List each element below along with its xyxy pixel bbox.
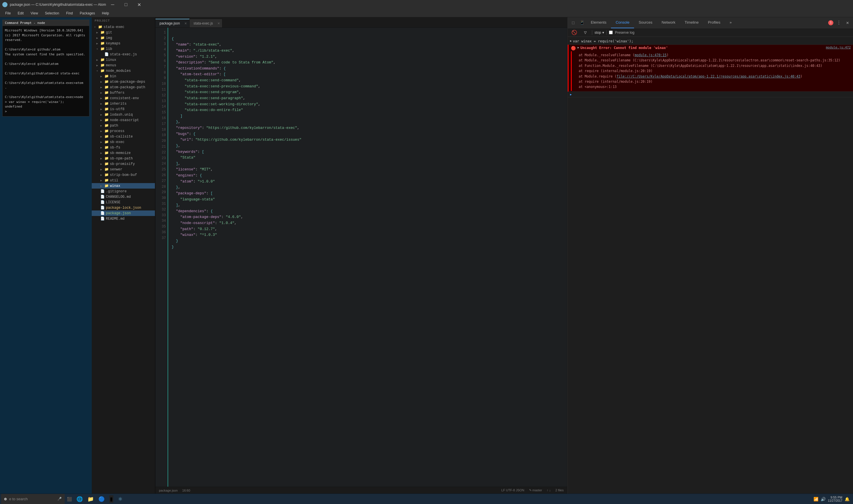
tree-item-lib[interactable]: ▾ 📁 lib: [92, 46, 155, 52]
taskbar-edge[interactable]: 🌐: [74, 495, 85, 503]
atom-icon: [2, 2, 7, 7]
tree-item-readme[interactable]: 📄 README.md: [92, 216, 155, 221]
tree-item-img[interactable]: ▶ 📁 img: [92, 35, 155, 41]
filter-icon[interactable]: ▽: [581, 28, 590, 37]
menu-view[interactable]: View: [28, 10, 41, 16]
minimize-button[interactable]: ─: [106, 0, 119, 9]
maximize-button[interactable]: □: [119, 0, 132, 9]
tree-item-sb-memoize[interactable]: ▶ 📁 sb-memoize: [92, 150, 155, 156]
devtools-close-icon[interactable]: ✕: [843, 18, 852, 27]
tree-item-is-utf8[interactable]: ▶ 📁 is-utf8: [92, 106, 155, 112]
search-placeholder[interactable]: e to search: [9, 497, 28, 501]
folder-icon: 📁: [104, 151, 109, 155]
expand-arrow-icon[interactable]: ▶: [570, 39, 572, 43]
tab-timeline[interactable]: Timeline: [680, 17, 703, 28]
tree-item-winax[interactable]: ▶ 📁 winax: [92, 183, 155, 188]
tree-item-sb-fs[interactable]: ▶ 📁 sb-fs: [92, 145, 155, 150]
close-button[interactable]: ✕: [132, 0, 146, 9]
root-label: stata-exec: [104, 25, 124, 29]
menu-edit[interactable]: Edit: [15, 10, 26, 16]
folder-icon: 📁: [104, 74, 109, 78]
tree-item-senwer[interactable]: ▶ 📁 senwer: [92, 167, 155, 172]
chrome-icon: 🔵: [99, 496, 105, 502]
tree-item-git[interactable]: ▶ 📁 git: [92, 30, 155, 35]
code-editor[interactable]: { "name": "stata-exec", "main": "./lib/s…: [168, 28, 567, 487]
tree-item-node-osascript[interactable]: ▶ 📁 node-osascript: [92, 118, 155, 123]
taskbar-explorer[interactable]: 📁: [85, 495, 96, 503]
taskbar-atom[interactable]: ⚛: [116, 495, 125, 503]
tree-item-strip-bom-buf[interactable]: ▶ 📁 strip-bom-buf: [92, 172, 155, 178]
menu-packages[interactable]: Packages: [77, 10, 98, 16]
project-sidebar: Project ▾ 📁 stata-exec ▶ 📁 git ▶ 📁 img: [92, 17, 155, 493]
preserve-log-checkbox[interactable]: Preserve log: [609, 31, 634, 35]
time: 9:55 PM: [828, 496, 842, 499]
tab-stata-exec-js[interactable]: stata-exec.js ×: [190, 19, 223, 28]
tab-package-json[interactable]: package.json ×: [156, 19, 190, 28]
devtools-menu-icon[interactable]: ⋮: [835, 18, 843, 27]
tree-item-atom-pkg-path[interactable]: ▶ 📁 atom-package-path: [92, 85, 155, 90]
tree-item-sb-npm-path[interactable]: ▶ 📁 sb-npm-path: [92, 156, 155, 161]
microphone-icon[interactable]: 🎤: [57, 497, 62, 501]
search-area: ⊕ e to search 🎤: [1, 494, 65, 504]
status-encoding: LF UTF-8 JSON: [501, 488, 524, 492]
tree-item-packagejson[interactable]: 📄 package.json: [92, 211, 155, 216]
devtools-inspect-icon[interactable]: ⬚: [569, 18, 577, 27]
notifications-icon[interactable]: 🔔: [845, 497, 850, 501]
error-file-ref[interactable]: module.js:472: [826, 45, 851, 50]
tree-item-changelog[interactable]: 📄 CHANGELOG.md: [92, 194, 155, 199]
tab-network[interactable]: Network: [657, 17, 680, 28]
tab-sources[interactable]: Sources: [634, 17, 657, 28]
tree-item-bin[interactable]: ▶ 📁 bin: [92, 73, 155, 79]
tree-item-consistent-env[interactable]: ▶ 📁 consistent-env: [92, 95, 155, 101]
tree-item-sb-exec[interactable]: ▶ 📁 sb-exec: [92, 139, 155, 145]
tree-item-menus[interactable]: ▶ 📁 menus: [92, 62, 155, 68]
folder-icon: 📁: [104, 167, 109, 172]
stack-line-6: at require (internal/module.js:20:19): [579, 79, 840, 84]
tree-item-sb-promisify[interactable]: ▶ 📁 sb-promisify: [92, 161, 155, 167]
error-header: 🔴 ▶ Uncaught Error: Cannot find module '…: [571, 45, 851, 51]
tree-item-keymaps[interactable]: ▶ 📁 keymaps: [92, 41, 155, 46]
tab-more[interactable]: »: [725, 17, 736, 28]
taskbar-cmd[interactable]: ▮: [107, 495, 116, 503]
tree-item-node-modules[interactable]: ▾ 📁 node_modules: [92, 68, 155, 73]
file-icon: 📄: [101, 195, 105, 199]
tree-item-license[interactable]: 📄 LICENSE: [92, 199, 155, 205]
devtools-mobile-icon[interactable]: 📱: [577, 18, 586, 27]
tree-item-inherits[interactable]: ▶ 📁 inherits: [92, 101, 155, 106]
tree-root[interactable]: ▾ 📁 stata-exec: [92, 24, 155, 30]
error-expand-icon[interactable]: ▶: [577, 45, 579, 50]
menu-selection[interactable]: Selection: [42, 10, 62, 16]
folder-icon: 📁: [104, 123, 109, 128]
tree-item-linux[interactable]: ▶ 📁 linux: [92, 57, 155, 62]
tree-item-gitignore[interactable]: 📄 .gitignore: [92, 188, 155, 194]
tree-item-buffers[interactable]: ▶ 📁 buffers: [92, 90, 155, 95]
tree-item-path[interactable]: ▶ 📁 path: [92, 123, 155, 128]
menu-find[interactable]: Find: [63, 10, 75, 16]
preserve-log-input[interactable]: [609, 31, 613, 34]
tab-profiles[interactable]: Profiles: [703, 17, 725, 28]
tree-item-lodash[interactable]: ▶ 📁 lodash.uniq: [92, 112, 155, 118]
folder-icon: 📁: [104, 112, 109, 117]
tab-console[interactable]: Console: [611, 17, 634, 28]
cmd-window: Command Prompt - node Microsoft Windows …: [2, 20, 89, 116]
tree-item-packagelock[interactable]: 📄 package-lock.json: [92, 205, 155, 211]
tree-item-atom-pkg-deps[interactable]: ▶ 📁 atom-package-deps: [92, 79, 155, 85]
tree-item-util[interactable]: ▶ 📁 util: [92, 178, 155, 183]
menu-help[interactable]: Help: [99, 10, 112, 16]
file-icon: 📄: [101, 217, 105, 221]
tree-item-process[interactable]: ▶ 📁 process: [92, 128, 155, 134]
clear-console-icon[interactable]: 🚫: [570, 28, 579, 37]
tab-elements[interactable]: Elements: [586, 17, 611, 28]
tab-label: stata-exec.js: [194, 21, 213, 25]
result-arrow-icon[interactable]: ▶: [570, 92, 572, 96]
tree-item-stata-exec-js[interactable]: 📄 stata-exec.js: [92, 52, 155, 57]
close-tab-icon[interactable]: ×: [184, 21, 187, 26]
tree-item-sb-callsite[interactable]: ▶ 📁 sb-callsite: [92, 134, 155, 139]
menu-file[interactable]: File: [2, 10, 14, 16]
stop-dropdown[interactable]: stop ▾: [594, 31, 604, 35]
console-line-require: ▶ var winax = require('winax');: [568, 38, 853, 45]
cmd-content[interactable]: Microsoft Windows [Version 10.0.16299.64…: [5, 28, 87, 114]
close-tab-icon[interactable]: ×: [217, 21, 220, 26]
taskbar-chrome[interactable]: 🔵: [96, 495, 107, 503]
taskview-button[interactable]: ⬛: [65, 495, 74, 503]
